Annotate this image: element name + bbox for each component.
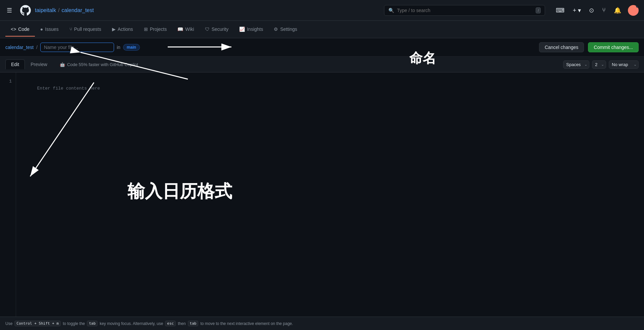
copilot-button[interactable]: 🤖 Code 55% faster with GitHub Copilot: [57, 61, 141, 68]
code-icon: <>: [11, 26, 16, 32]
preview-tab[interactable]: Preview: [25, 59, 53, 69]
line-number-1: 1: [9, 79, 12, 84]
path-separator: /: [58, 7, 59, 13]
search-icon: 🔍: [388, 8, 394, 13]
status-text-then: then: [178, 321, 185, 326]
pull-requests-icon: ⑂: [69, 26, 72, 32]
status-text-key-moving: key moving focus. Alternatively, use: [100, 321, 163, 326]
issues-icon: ●: [40, 26, 43, 32]
status-text-toggle: to toggle the: [63, 321, 85, 326]
repo-breadcrumb-link[interactable]: calendar_test: [5, 45, 34, 50]
editor-content[interactable]: Enter file contents here: [16, 72, 644, 317]
spaces-select-wrapper: Spaces Tabs: [563, 60, 589, 69]
insights-icon: 📈: [239, 26, 245, 32]
spaces-select[interactable]: Spaces Tabs: [563, 60, 589, 69]
repo-breadcrumb: taipeitalk / calendar_test: [35, 7, 94, 13]
tab-pull-requests-label: Pull requests: [74, 26, 101, 32]
search-bar[interactable]: 🔍 /: [384, 5, 545, 16]
arrow-naming: [164, 39, 238, 55]
security-icon: 🛡: [205, 26, 210, 32]
editor-toolbar: Edit Preview 🤖 Code 55% faster with GitH…: [0, 57, 644, 72]
avatar[interactable]: [628, 5, 639, 16]
issues-button[interactable]: ⊙: [588, 5, 595, 15]
wrap-select[interactable]: No wrap Soft wrap: [609, 60, 639, 69]
repo-tabs: <> Code ● Issues ⑂ Pull requests ▶ Actio…: [0, 21, 644, 38]
tab-security-label: Security: [212, 26, 229, 32]
kbd-esc: esc: [165, 321, 176, 326]
tab-projects[interactable]: ⊞ Projects: [139, 22, 172, 37]
tab-wiki[interactable]: 📖 Wiki: [172, 22, 199, 37]
top-nav-icons: ⌨ + ▾ ⊙ ⑂ 🔔: [554, 5, 639, 16]
edit-tab[interactable]: Edit: [5, 59, 25, 69]
editor-area: 1 Enter file contents here 命名: [0, 72, 644, 317]
copilot-label: Code 55% faster with GitHub Copilot: [67, 62, 138, 67]
search-shortcut: /: [536, 7, 541, 13]
file-name-input[interactable]: [40, 43, 114, 52]
file-header: calendar_test / in main Cancel changes C…: [0, 38, 644, 57]
commit-changes-button[interactable]: Commit changes...: [588, 42, 639, 52]
hamburger-menu-button[interactable]: ☰: [5, 5, 13, 15]
status-text-use: Use: [5, 321, 12, 326]
repo-link[interactable]: calendar_test: [62, 7, 94, 13]
cancel-changes-button[interactable]: Cancel changes: [539, 42, 584, 52]
top-navigation: ☰ taipeitalk / calendar_test 🔍 / ⌨ + ▾ ⊙…: [0, 0, 644, 21]
tab-insights-label: Insights: [247, 26, 263, 32]
tab-wiki-label: Wiki: [185, 26, 194, 32]
projects-icon: ⊞: [144, 26, 148, 32]
tab-actions[interactable]: ▶ Actions: [107, 22, 139, 37]
tab-projects-label: Projects: [150, 26, 167, 32]
kbd-control-shift-m: Control + Shift + m: [14, 321, 61, 326]
notifications-button[interactable]: 🔔: [612, 5, 623, 15]
copilot-icon: 🤖: [60, 62, 65, 67]
search-input[interactable]: [397, 8, 533, 13]
tab-actions-label: Actions: [118, 26, 133, 32]
notification-badge: [636, 5, 639, 8]
editor-options: Spaces Tabs 2 4 8 No wrap Soft wrap: [563, 60, 639, 69]
github-logo-icon: [20, 5, 31, 16]
tab-issues-label: Issues: [45, 26, 58, 32]
status-text-end: to move to the next interactive element …: [200, 321, 293, 326]
editor-placeholder: Enter file contents here: [37, 86, 100, 91]
wrap-select-wrapper: No wrap Soft wrap: [609, 60, 639, 69]
create-button[interactable]: + ▾: [571, 5, 582, 15]
wiki-icon: 📖: [177, 26, 183, 32]
tab-insights[interactable]: 📈 Insights: [234, 22, 268, 37]
tab-pull-requests[interactable]: ⑂ Pull requests: [64, 22, 107, 37]
breadcrumb-separator: /: [36, 45, 38, 50]
tab-settings[interactable]: ⚙ Settings: [268, 22, 303, 37]
indent-select-wrapper: 2 4 8: [592, 60, 606, 69]
branch-badge: main: [123, 44, 140, 51]
settings-icon: ⚙: [274, 26, 278, 32]
terminal-button[interactable]: ⌨: [554, 5, 566, 15]
tab-settings-label: Settings: [280, 26, 297, 32]
line-numbers: 1: [0, 72, 16, 317]
kbd-tab-1: tab: [87, 321, 98, 326]
in-label: in: [117, 45, 120, 50]
file-header-actions: Cancel changes Commit changes...: [539, 42, 639, 52]
kbd-tab-2: tab: [188, 321, 199, 326]
main-content: calendar_test / in main Cancel changes C…: [0, 38, 644, 317]
tab-code[interactable]: <> Code: [5, 22, 35, 37]
actions-icon: ▶: [112, 26, 116, 32]
status-bar: Use Control + Shift + m to toggle the ta…: [0, 317, 644, 330]
owner-link[interactable]: taipeitalk: [35, 7, 56, 13]
tab-security[interactable]: 🛡 Security: [200, 22, 234, 37]
tab-code-label: Code: [18, 26, 29, 32]
pull-requests-button[interactable]: ⑂: [601, 5, 607, 15]
tab-issues[interactable]: ● Issues: [35, 22, 64, 37]
indent-select[interactable]: 2 4 8: [592, 60, 606, 69]
